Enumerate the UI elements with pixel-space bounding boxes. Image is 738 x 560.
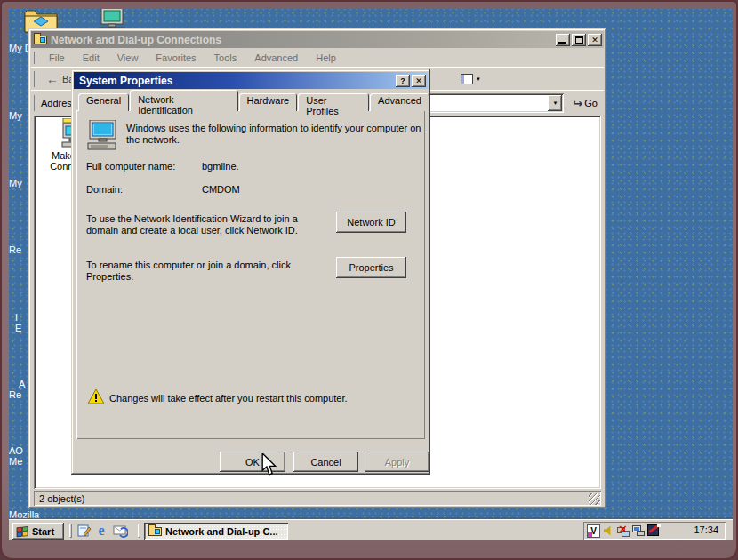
close-icon: ✕ <box>591 36 598 44</box>
go-button[interactable]: ↪ Go <box>573 97 598 110</box>
help-button[interactable]: ? <box>396 75 410 87</box>
tray-network-disconnected-icon[interactable]: ✕ <box>616 524 630 538</box>
tray-volume-icon[interactable] <box>601 524 615 538</box>
minimize-icon <box>558 42 566 44</box>
views-grid-icon <box>461 74 473 84</box>
network-identification-page: Windows uses the following information t… <box>76 110 425 439</box>
cancel-button[interactable]: Cancel <box>293 452 358 472</box>
address-dropdown-button[interactable]: ▼ <box>548 95 562 111</box>
start-label: Start <box>32 526 54 537</box>
desktop: My D My My Re I E A Re AO Me Mozilla Net… <box>9 9 733 540</box>
system-tray: V ✕ 17:34 <box>583 522 726 540</box>
mail-icon <box>113 524 128 538</box>
system-properties-dialog: System Properties ? ✕ General Network Id… <box>71 69 430 475</box>
monitor-frame: My D My My Re I E A Re AO Me Mozilla Net… <box>0 0 738 560</box>
desktop-label-internet-line1[interactable]: I <box>15 312 18 323</box>
toolbar-grip[interactable] <box>34 71 36 87</box>
properties-description: To rename this computer or join a domain… <box>86 260 319 283</box>
tab-network-identification[interactable]: Network Identification <box>130 90 237 111</box>
tray-scheduler-icon[interactable] <box>646 524 661 538</box>
full-computer-name-label: Full computer name: <box>86 161 175 172</box>
tab-general[interactable]: General <box>78 93 129 111</box>
menu-view[interactable]: View <box>108 52 148 63</box>
close-button[interactable]: ✕ <box>588 34 602 46</box>
computer-icon <box>86 120 120 152</box>
domain-value: CMDOM <box>202 184 240 195</box>
address-grip[interactable] <box>34 95 36 111</box>
tasks-grip[interactable] <box>138 524 140 538</box>
tab-hardware[interactable]: Hardware <box>239 93 298 111</box>
window-resize-grip[interactable] <box>589 493 600 505</box>
network-id-description: To use the Network Identification Wizard… <box>86 213 328 236</box>
maximize-button[interactable] <box>572 34 586 46</box>
network-folder-icon <box>148 527 162 536</box>
quicklaunch-outlook-express[interactable] <box>113 524 128 540</box>
full-computer-name-value: bgmilne. <box>202 161 239 172</box>
warning-icon <box>88 389 104 404</box>
quicklaunch-internet-explorer[interactable]: e <box>94 523 108 538</box>
properties-button[interactable]: Properties <box>336 257 406 278</box>
tab-advanced[interactable]: Advanced <box>370 93 429 111</box>
start-button[interactable]: Start <box>12 523 64 540</box>
views-button[interactable]: ▼ <box>461 74 481 84</box>
desktop-label-recycle-bin[interactable]: Re <box>9 244 21 255</box>
desktop-label-aol-line2[interactable]: Me <box>9 456 22 467</box>
ie-icon: e <box>98 523 104 538</box>
dialog-title: System Properties <box>79 75 172 87</box>
go-label: Go <box>584 98 598 108</box>
menu-advanced[interactable]: Advanced <box>245 52 307 63</box>
tab-user-profiles[interactable]: User Profiles <box>298 93 369 111</box>
tray-clock[interactable]: 17:34 <box>694 524 718 535</box>
desktop-label-internet-line2[interactable]: E <box>15 323 21 333</box>
network-folder-icon <box>34 36 47 44</box>
quicklaunch-grip[interactable] <box>69 524 72 538</box>
taskbar-task-network-connections[interactable]: Network and Dial-up C... <box>144 523 288 540</box>
desktop-label-my-network[interactable]: My <box>9 178 22 188</box>
tray-virusscan-icon[interactable]: V <box>587 524 600 538</box>
status-bar: 2 object(s) <box>34 491 601 506</box>
desktop-label-aol-line1[interactable]: AO <box>9 445 23 456</box>
taskbar: Start e Network and Dial-up C... <box>9 519 733 540</box>
status-text: 2 object(s) <box>39 493 84 504</box>
dialog-titlebar[interactable]: System Properties ? ✕ <box>74 72 428 89</box>
back-arrow-icon: ← <box>46 72 59 86</box>
window-title: Network and Dial-up Connections <box>51 34 221 46</box>
dialog-close-button[interactable]: ✕ <box>412 75 426 87</box>
tab-strip: General Network Identification Hardware … <box>78 93 430 111</box>
menu-help[interactable]: Help <box>307 52 345 63</box>
warning-text: Changes will take effect after you resta… <box>109 393 348 404</box>
close-icon: ✕ <box>415 76 422 85</box>
menu-file[interactable]: File <box>40 52 74 63</box>
show-desktop-icon <box>77 524 92 538</box>
minimize-button[interactable] <box>556 34 570 46</box>
window-titlebar[interactable]: Network and Dial-up Connections ✕ <box>31 31 604 48</box>
intro-text: Windows uses the following information t… <box>126 123 425 146</box>
quicklaunch-show-desktop[interactable] <box>77 524 92 540</box>
windows-logo-icon <box>16 525 29 538</box>
menu-edit[interactable]: Edit <box>74 52 108 63</box>
network-id-button[interactable]: Network ID <box>336 212 406 233</box>
desktop-label-a-line2[interactable]: Re <box>9 389 21 400</box>
desktop-label-my-computer[interactable]: My <box>9 110 22 121</box>
maximize-icon <box>575 36 583 44</box>
domain-label: Domain: <box>86 184 123 195</box>
red-x-glyph: ✕ <box>618 523 628 536</box>
menu-grip[interactable] <box>34 52 36 64</box>
apply-button[interactable]: Apply <box>365 452 429 472</box>
menu-favorites[interactable]: Favorites <box>147 52 205 63</box>
mouse-cursor <box>261 453 277 476</box>
tray-lan-connection-icon[interactable] <box>631 524 646 538</box>
dropdown-icon: ▼ <box>552 100 558 106</box>
task-button-label: Network and Dial-up C... <box>165 526 278 537</box>
help-icon: ? <box>400 76 405 85</box>
menu-bar: File Edit View Favorites Tools Advanced … <box>31 49 604 68</box>
menu-tools[interactable]: Tools <box>205 52 246 63</box>
views-dropdown-icon: ▼ <box>476 76 481 82</box>
go-arrow-icon: ↪ <box>573 97 582 110</box>
desktop-label-a-line1[interactable]: A <box>19 379 25 389</box>
